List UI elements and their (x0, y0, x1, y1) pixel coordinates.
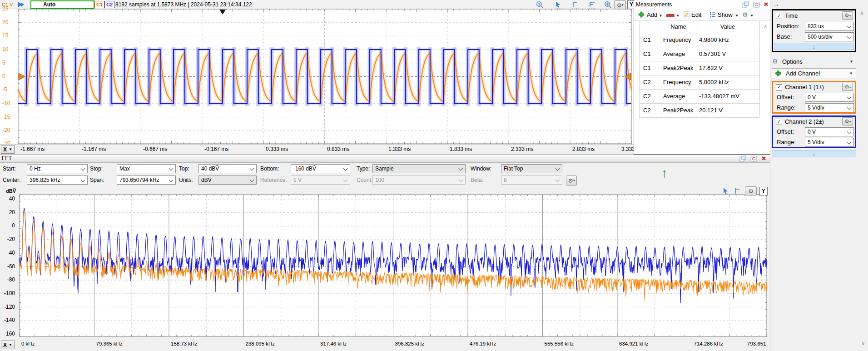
time-enabled-checkbox[interactable]: ✓ (776, 13, 782, 19)
time-base-combo[interactable]: 500 us/div (805, 32, 854, 41)
fft-top-combo[interactable]: 40 dBṼ (198, 164, 257, 173)
chevron-down-icon (169, 166, 174, 171)
sidebar-forward-arrow-icon[interactable]: → (773, 0, 779, 8)
fft-units-value: dBṼ (201, 177, 212, 183)
chevron-down-icon (250, 166, 254, 171)
trigger-mode-box[interactable]: Auto (30, 0, 94, 9)
run-arrow-icon[interactable] (16, 1, 25, 8)
c1-badge[interactable]: C1 (94, 1, 104, 8)
add-plus-icon[interactable] (638, 11, 645, 18)
scope-y-axis-label: -20 (2, 127, 10, 133)
fft-plot[interactable] (0, 186, 770, 339)
add-measurement-button[interactable]: Add (647, 10, 657, 20)
channel2-enabled-checkbox[interactable]: ✓ (776, 119, 782, 125)
fft-bottom-combo[interactable]: -160 dBṼ (291, 164, 350, 173)
zoom-fit-icon[interactable] (604, 1, 612, 9)
scope-y-axis-label: -15 (2, 114, 10, 120)
marker-flag-icon[interactable] (571, 1, 580, 9)
cursor-pointer-icon[interactable] (555, 1, 563, 9)
down-arrow-icon: ↓ (813, 150, 816, 157)
scope-y-axis-label: 20 (2, 19, 8, 25)
fft-close-panel-icon[interactable]: ✖ (761, 155, 766, 162)
marker-flag-wide-icon[interactable] (588, 1, 596, 9)
chevron-down-icon (847, 105, 852, 110)
fft-type-label: Type: (357, 164, 370, 173)
edit-icon[interactable] (684, 11, 690, 18)
measurement-row-name: Peak2Peak (663, 61, 694, 75)
scope-x-axis-label: 2.333 ms (511, 146, 533, 152)
fft-y-axis-label: -60 (0, 263, 15, 270)
float-window-icon[interactable] (742, 1, 749, 8)
channel2-offset-combo[interactable]: 0 V (805, 127, 854, 136)
add-dropdown-icon[interactable]: ▾ (660, 13, 662, 18)
fft-gear-button[interactable]: ⚙▾ (566, 176, 577, 186)
chevron-down-icon (343, 166, 348, 171)
fft-top-value: 40 dBṼ (201, 165, 219, 172)
time-apply-bar[interactable]: ↓ (774, 43, 854, 50)
add-channel-label: Add Channel (786, 69, 820, 78)
fft-stop-combo[interactable]: Max (117, 164, 176, 173)
fft-start-label: Start: (3, 164, 16, 173)
measurement-row-value: 20.121 V (699, 103, 723, 117)
edit-measurement-button[interactable]: Edit (691, 10, 701, 20)
fft-cursor-pointer-icon[interactable] (722, 187, 730, 195)
channel2-gear-button[interactable]: ⚙▾ (842, 117, 853, 125)
chevron-down-icon (343, 178, 348, 182)
fft-marker-flag-icon[interactable] (734, 187, 742, 195)
fft-span-value: 793.650794 kHz (119, 177, 159, 183)
measurement-row-name: Average (663, 89, 685, 103)
fft-y-axis-label: -160 (0, 331, 15, 337)
time-position-combo[interactable]: 833 us (805, 22, 854, 31)
scope-y-axis-label: -10 (2, 100, 10, 106)
channel1-gear-button[interactable]: ⚙▾ (842, 83, 853, 91)
options-dropdown-icon[interactable]: ▾ (850, 59, 853, 64)
remove-dropdown-icon[interactable]: ▾ (677, 13, 679, 18)
c2-badge[interactable]: C2 (104, 1, 114, 8)
zoom-one-icon[interactable]: 1 (536, 1, 544, 9)
sidebar-scroll-up-icon[interactable]: ∧ (860, 10, 864, 16)
fft-y-axis-label: 20 (0, 209, 15, 216)
fft-maximize-window-icon[interactable] (750, 155, 758, 162)
fft-units-label: Units: (179, 176, 193, 185)
fft-y-axis-button[interactable]: Y (759, 187, 768, 196)
fft-type-combo[interactable]: Sample (372, 164, 466, 173)
sidebar-scroll-down-icon[interactable]: ∨ (861, 340, 865, 346)
fft-float-window-icon[interactable] (739, 155, 747, 162)
close-panel-icon[interactable]: ✖ (764, 1, 769, 8)
measurements-gear-icon[interactable]: ⚙ (742, 11, 748, 18)
measurement-row-channel: C2 (643, 103, 651, 117)
channel2-range-combo[interactable]: 5 V/div (805, 138, 854, 147)
scope-x-axis-label: -1.667 ms (20, 146, 45, 152)
fft-apply-up-arrow-icon[interactable]: ↑ (661, 163, 668, 184)
measurements-gear-dropdown-icon[interactable]: ▾ (751, 13, 753, 18)
channel1-range-combo[interactable]: 5 V/div (805, 103, 854, 112)
fft-bottom-value: -160 dBṼ (293, 165, 316, 172)
channel1-offset-combo[interactable]: 0 V (805, 93, 854, 102)
fft-reference-value: 1 Ṽ (293, 177, 302, 183)
add-channel-button[interactable]: Add Channel ▾ (772, 68, 856, 78)
measurements-scroll-up-icon[interactable]: ∧ (764, 24, 767, 30)
chevron-down-icon: ▾ (850, 71, 852, 75)
scope-plot[interactable] (0, 9, 634, 144)
fft-x-axis-label: 238.095 kHz (246, 341, 275, 346)
measurement-row-name: Frequency (663, 75, 691, 89)
measurement-row-channel: C1 (643, 61, 651, 75)
fft-units-combo[interactable]: dBṼ (198, 176, 257, 185)
time-gear-button[interactable]: ⚙▾ (842, 11, 853, 20)
chevron-down-icon (847, 35, 852, 39)
fft-window-combo[interactable]: Flat Top (501, 164, 562, 173)
fft-center-combo[interactable]: 396.825 kHz (27, 176, 88, 185)
show-measurement-button[interactable]: Show (718, 10, 733, 20)
scope-settings-gear-button[interactable]: ⚙▾ (614, 0, 626, 10)
channel1-enabled-checkbox[interactable]: ✓ (776, 84, 782, 90)
options-row[interactable]: Options (782, 57, 803, 66)
show-dropdown-icon[interactable]: ▾ (736, 13, 738, 18)
maximize-window-icon[interactable] (753, 1, 760, 8)
show-list-icon[interactable] (709, 11, 716, 18)
fft-header (0, 155, 770, 163)
fft-start-combo[interactable]: 0 Hz (27, 164, 88, 173)
channels-apply-bar[interactable]: ↓ (772, 150, 856, 157)
remove-measurement-button[interactable] (666, 14, 675, 17)
fft-plot-gear-button[interactable]: ⚙ (745, 186, 757, 196)
fft-span-combo[interactable]: 793.650794 kHz (117, 176, 176, 185)
